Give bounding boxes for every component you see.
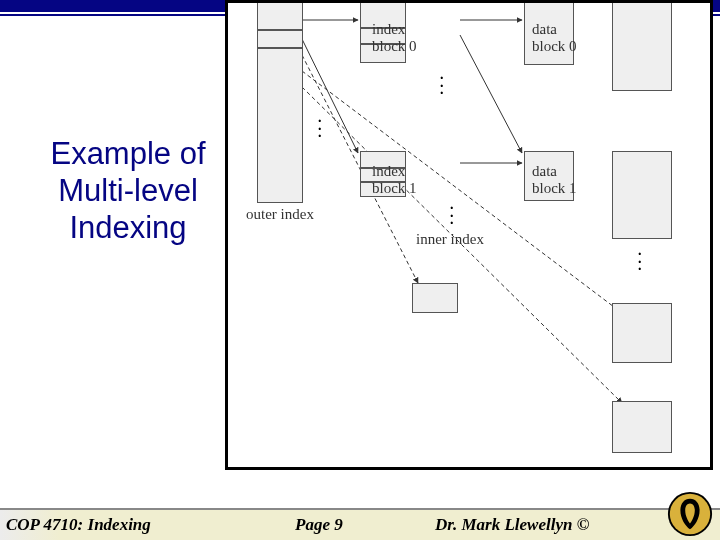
diagram-frame: outer index ··· index block 0 ··· index … bbox=[225, 0, 713, 470]
footer-course: COP 4710: Indexing bbox=[6, 515, 151, 535]
svg-line-1 bbox=[302, 39, 358, 153]
ellipsis-icon: ··· bbox=[450, 205, 454, 228]
footer-bar: COP 4710: Indexing Page 9 Dr. Mark Llewe… bbox=[0, 508, 720, 540]
index-block-1-label: index block 1 bbox=[372, 163, 432, 196]
outer-index-block bbox=[257, 3, 303, 203]
data-block-1-text: data block 1 bbox=[532, 163, 577, 196]
diagram: outer index ··· index block 0 ··· index … bbox=[232, 3, 708, 467]
index-block-1-text: index block 1 bbox=[372, 163, 417, 196]
footer-page: Page 9 bbox=[295, 515, 343, 535]
data-column-bottom bbox=[612, 401, 672, 453]
slide-title: Example of Multi-level Indexing bbox=[28, 135, 228, 247]
outer-index-label: outer index bbox=[246, 206, 314, 223]
index-block-0-label: index block 0 bbox=[372, 21, 432, 54]
outer-index-row bbox=[257, 29, 303, 31]
ellipsis-icon: ··· bbox=[638, 251, 642, 274]
data-column-mid bbox=[612, 151, 672, 239]
inner-index-label: inner index bbox=[416, 231, 484, 248]
footer-author: Dr. Mark Llewellyn © bbox=[435, 515, 589, 535]
ucf-logo-icon bbox=[666, 490, 714, 538]
index-block-stub bbox=[412, 283, 458, 313]
outer-index-row bbox=[257, 47, 303, 49]
data-block-0-text: data block 0 bbox=[532, 21, 577, 54]
data-column-top bbox=[612, 3, 672, 91]
ellipsis-icon: ··· bbox=[318, 118, 322, 141]
data-block-0-label: data block 0 bbox=[532, 21, 592, 54]
data-column-lower bbox=[612, 303, 672, 363]
data-block-1-label: data block 1 bbox=[532, 163, 592, 196]
index-block-0-text: index block 0 bbox=[372, 21, 417, 54]
svg-line-3 bbox=[460, 35, 522, 153]
ellipsis-icon: ··· bbox=[440, 75, 444, 98]
